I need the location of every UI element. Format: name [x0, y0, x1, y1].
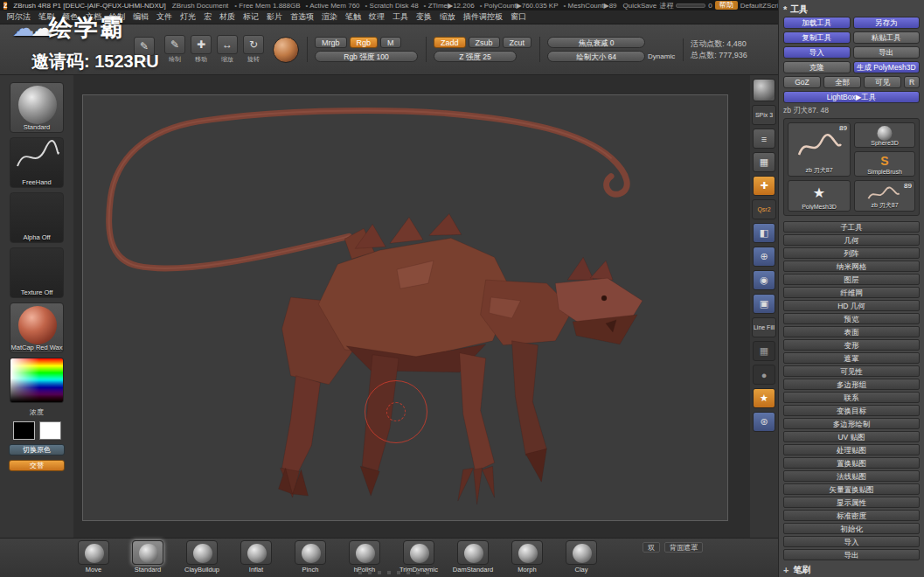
tool-section[interactable]: 多边形组: [783, 379, 920, 390]
secondary-color-swatch[interactable]: [39, 421, 61, 440]
tool-section[interactable]: 联系: [783, 392, 920, 403]
dual-button[interactable]: 双: [643, 542, 660, 553]
brush-palette-header[interactable]: + 笔刷: [783, 564, 920, 576]
draw-size-slider[interactable]: 绘制大小 64: [547, 51, 645, 62]
menu-item[interactable]: 渲染: [322, 11, 337, 23]
color-picker[interactable]: [10, 358, 64, 403]
grid-icon[interactable]: ▦: [753, 341, 775, 361]
sphere3d-thumbnail[interactable]: Sphere3D: [854, 122, 915, 148]
quick-brush[interactable]: DamStandard: [455, 540, 491, 574]
tool-section[interactable]: 置换贴图: [783, 457, 920, 469]
tool-section[interactable]: 显示属性: [783, 497, 920, 508]
tool-palette-header[interactable]: * 工具: [783, 3, 920, 17]
quick-brush[interactable]: Pinch: [292, 540, 329, 574]
menu-item[interactable]: 标记: [243, 11, 259, 23]
actual-size-icon[interactable]: ◉: [753, 270, 775, 290]
zcut-button[interactable]: Zcut: [503, 37, 532, 48]
save-as-button[interactable]: 另存为: [853, 17, 921, 29]
tool-section[interactable]: 标准密度: [783, 510, 920, 521]
menu-item[interactable]: 窗口: [511, 11, 526, 23]
menu-item[interactable]: 纹理: [369, 11, 385, 23]
draw-icon[interactable]: ✎ 绘制: [163, 35, 186, 64]
menu-item[interactable]: 材质: [219, 11, 235, 23]
menu-item[interactable]: 灯光: [180, 11, 196, 23]
transpose-icon[interactable]: ★: [753, 388, 775, 408]
tool-section[interactable]: 纳米网格: [783, 261, 920, 272]
dynamic-label[interactable]: Dynamic: [648, 52, 675, 60]
primary-color-swatch[interactable]: [13, 421, 35, 440]
tool-section[interactable]: 初始化: [783, 523, 920, 534]
current-tool-thumbnail[interactable]: 89 zb 刃犬87: [788, 122, 851, 177]
tool-section[interactable]: 导出: [783, 549, 920, 560]
stroke-thumbnail[interactable]: FreeHand: [10, 137, 64, 188]
menu-item[interactable]: 首选项: [290, 11, 314, 23]
tool-section[interactable]: 多边形绘制: [783, 418, 920, 429]
quick-brush[interactable]: Move: [75, 540, 112, 574]
frame-icon[interactable]: ▣: [753, 294, 775, 314]
tool-section[interactable]: 预览: [783, 313, 920, 324]
tool-section[interactable]: 子工具: [783, 221, 920, 233]
zsub-button[interactable]: Zsub: [469, 37, 500, 48]
zadd-button[interactable]: Zadd: [434, 37, 466, 48]
menu-item[interactable]: 文件: [156, 11, 172, 23]
tool-section[interactable]: 图层: [783, 274, 920, 285]
alt-color-button[interactable]: 交替: [9, 460, 65, 471]
menu-item[interactable]: 工具: [393, 11, 408, 23]
preferences-icon[interactable]: ≡: [753, 129, 775, 149]
scale-icon[interactable]: ↔ 缩放: [216, 35, 239, 64]
quicksketch-button[interactable]: Qsr2: [752, 199, 776, 219]
progress-bar[interactable]: [676, 3, 705, 8]
quick-brush[interactable]: Standard: [129, 540, 166, 574]
goz-button[interactable]: GoZ: [783, 76, 821, 88]
zscript-label[interactable]: DefaultZScript: [740, 2, 778, 10]
document-viewport[interactable]: [82, 94, 728, 521]
m-button[interactable]: M: [380, 37, 401, 48]
import-button[interactable]: 导入: [783, 46, 851, 59]
canvas-area[interactable]: [73, 75, 750, 538]
material-icon[interactable]: ●: [753, 365, 775, 385]
tool-section[interactable]: 法线贴图: [783, 470, 920, 482]
gyro-icon[interactable]: ⊛: [753, 412, 775, 432]
quick-brush[interactable]: Clay: [563, 540, 600, 574]
paint-icon[interactable]: ✚: [753, 176, 775, 196]
tool-section[interactable]: 矢量置换贴图: [783, 483, 920, 495]
goz-visible-button[interactable]: 可见: [864, 76, 901, 88]
paste-tool-button[interactable]: 粘贴工具: [853, 31, 921, 44]
current-material-thumbnail[interactable]: [273, 37, 299, 63]
texture-thumbnail[interactable]: Texture Off: [10, 247, 64, 298]
frame-grid-icon[interactable]: ▦: [753, 152, 775, 172]
focal-shift-slider[interactable]: 焦点衰减 0: [547, 37, 645, 48]
rgb-button[interactable]: Rgb: [350, 37, 379, 48]
tool-section[interactable]: HD 几何: [783, 300, 920, 311]
quicksave-button[interactable]: QuickSave: [623, 2, 657, 10]
spix-slider[interactable]: SPix 3: [752, 105, 776, 125]
menu-item[interactable]: 缩放: [440, 11, 455, 23]
tool-section[interactable]: 纤维网: [783, 287, 920, 298]
simplebrush-thumbnail[interactable]: S SimpleBrush: [854, 151, 915, 177]
menu-item[interactable]: 编辑: [133, 11, 149, 23]
make-polymesh3d-button[interactable]: 生成 PolyMesh3D: [853, 61, 921, 73]
export-button[interactable]: 导出: [853, 46, 921, 59]
mrgb-button[interactable]: Mrgb: [315, 37, 347, 48]
clone-button[interactable]: 克隆: [783, 61, 851, 73]
quick-brush[interactable]: ClayBuildup: [184, 540, 220, 574]
tool-section[interactable]: 处理贴图: [783, 444, 920, 455]
material-thumbnail[interactable]: MatCap Red Wax: [10, 302, 64, 353]
rotate-icon[interactable]: ↻ 旋转: [242, 35, 265, 64]
tool-section[interactable]: 列阵: [783, 247, 920, 259]
switch-color-button[interactable]: 切换原色: [9, 444, 65, 455]
progress-widget[interactable]: QuickSave 进程 0 帮助 DefaultZScript: [623, 1, 778, 10]
polymesh3d-thumbnail[interactable]: ★ PolyMesh3D: [788, 180, 851, 212]
menu-item[interactable]: 影片: [267, 11, 282, 23]
tool-section[interactable]: 表面: [783, 326, 920, 337]
goz-all-button[interactable]: 全部: [823, 76, 861, 88]
copy-tool-button[interactable]: 复制工具: [783, 31, 851, 44]
quick-brush[interactable]: Morph: [509, 540, 545, 574]
tool-section[interactable]: 可见性: [783, 365, 920, 377]
tool-section[interactable]: UV 贴图: [783, 431, 920, 442]
scroll-icon[interactable]: ◧: [753, 223, 775, 243]
help-button[interactable]: 帮助: [715, 1, 738, 10]
quick-brush[interactable]: TrimDynamic: [400, 540, 437, 574]
alpha-thumbnail[interactable]: Alpha Off: [10, 192, 64, 243]
menu-item[interactable]: 宏: [204, 11, 212, 23]
